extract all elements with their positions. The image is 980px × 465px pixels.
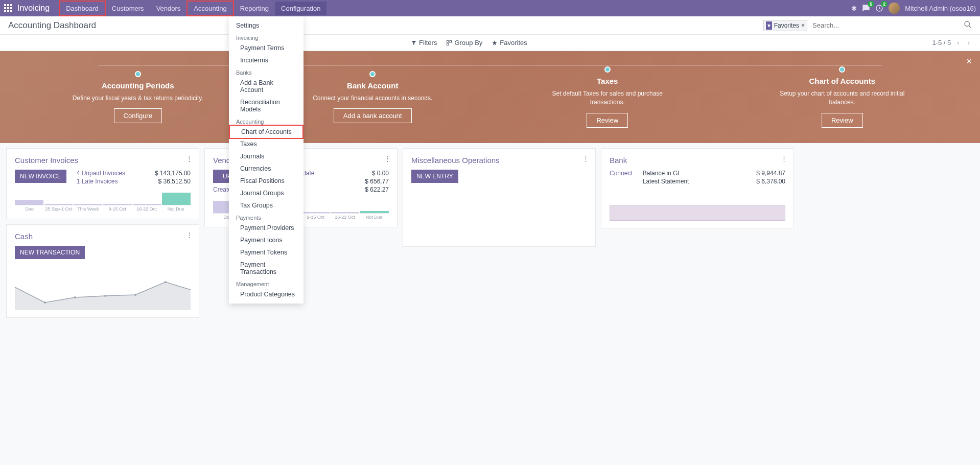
- nav-dashboard[interactable]: Dashboard: [59, 1, 106, 16]
- control-bar: Accounting Dashboard ▾ Favorites ×: [0, 16, 980, 35]
- step-title: Taxes: [536, 77, 679, 85]
- unpaid-link[interactable]: 4 Unpaid Invoices: [77, 170, 125, 177]
- card-menu-icon[interactable]: ⋮: [384, 155, 391, 162]
- pager-next[interactable]: ›: [966, 38, 972, 48]
- menu-journal-groups[interactable]: Journal Groups: [229, 187, 304, 199]
- review-coa-button[interactable]: Review: [822, 113, 863, 128]
- nav-vendors[interactable]: Vendors: [150, 2, 187, 15]
- menu-chart-of-accounts[interactable]: Chart of Accounts: [229, 125, 304, 139]
- validate-amount: $ 0.00: [372, 170, 389, 177]
- menu-journals[interactable]: Journals: [229, 150, 304, 162]
- filter-icon: ▾: [766, 21, 772, 30]
- card-menu-icon[interactable]: ⋮: [781, 155, 787, 162]
- user-label[interactable]: Mitchell Admin (osoo16): [905, 5, 976, 12]
- card-misc-operations: Miscellaneous Operations ⋮ New Entry: [403, 148, 596, 247]
- add-bank-button[interactable]: Add a bank account: [334, 108, 412, 123]
- onboarding-step-periods: Accounting Periods Define your fiscal ye…: [66, 71, 209, 124]
- menu-product-categories[interactable]: Product Categories: [229, 288, 304, 300]
- configuration-dropdown: Settings Invoicing Payment Terms Incoter…: [229, 16, 304, 304]
- menu-payment-icons[interactable]: Payment Icons: [229, 234, 304, 246]
- card-menu-icon[interactable]: ⋮: [582, 155, 589, 162]
- pager: 1-5 / 5 ‹ ›: [932, 38, 972, 48]
- pager-text: 1-5 / 5: [932, 39, 951, 46]
- avatar[interactable]: [889, 3, 900, 14]
- favorites-button[interactable]: Favorites: [492, 39, 527, 46]
- nav-accounting[interactable]: Accounting: [186, 1, 234, 16]
- menu-taxes[interactable]: Taxes: [229, 138, 304, 150]
- clock-icon[interactable]: 2: [875, 4, 883, 12]
- menu-payment-transactions[interactable]: Payment Transactions: [229, 259, 304, 278]
- search-icon[interactable]: [964, 20, 972, 30]
- new-entry-button[interactable]: New Entry: [411, 170, 458, 183]
- step-dot: [839, 66, 845, 73]
- pay-amount: $ 656.77: [365, 178, 389, 185]
- step-dot: [604, 66, 611, 73]
- onboarding-step-coa: Chart of Accounts Setup your chart of ac…: [771, 66, 914, 128]
- step-title: Bank Account: [301, 81, 444, 90]
- late-amount: $ 36,512.50: [158, 178, 191, 185]
- filter-bar: Filters Group By Favorites 1-5 / 5 ‹ ›: [0, 35, 980, 51]
- apps-icon[interactable]: [4, 4, 12, 12]
- menu-settings[interactable]: Settings: [229, 19, 304, 32]
- menu-header-invoicing: Invoicing: [229, 32, 304, 42]
- card-title[interactable]: Miscellaneous Operations: [411, 156, 587, 165]
- step-desc: Define your fiscal years & tax returns p…: [66, 94, 209, 103]
- mini-chart: Due 25 Sep-1 Oct This Week 9-15 Oct 16-2…: [15, 191, 191, 212]
- step-desc: Setup your chart of accounts and record …: [771, 89, 914, 107]
- menu-payment-providers[interactable]: Payment Providers: [229, 222, 304, 234]
- statement-amount: $ 6,378.00: [756, 178, 785, 185]
- brand[interactable]: Invoicing: [17, 4, 50, 13]
- svg-point-8: [134, 294, 136, 296]
- step-title: Accounting Periods: [66, 81, 209, 90]
- close-icon[interactable]: ×: [966, 56, 972, 67]
- menu-incoterms[interactable]: Incoterms: [229, 54, 304, 66]
- new-invoice-button[interactable]: New Invoice: [15, 170, 66, 183]
- chat-icon[interactable]: 5: [862, 4, 870, 12]
- connect-link[interactable]: Connect: [610, 170, 633, 177]
- search-input[interactable]: [810, 19, 964, 31]
- pager-prev[interactable]: ‹: [955, 38, 961, 48]
- svg-point-1: [965, 21, 969, 26]
- menu-currencies[interactable]: Currencies: [229, 162, 304, 175]
- cash-chart: [15, 264, 191, 310]
- filters-button[interactable]: Filters: [411, 39, 437, 46]
- unpaid-amount: $ 143,175.00: [155, 170, 191, 177]
- card-menu-icon[interactable]: ⋮: [186, 155, 193, 162]
- dashboard: Customer Invoices ⋮ New Invoice 4 Unpaid…: [0, 143, 980, 323]
- nav-configuration[interactable]: Configuration: [275, 2, 326, 15]
- menu-payment-tokens[interactable]: Payment Tokens: [229, 246, 304, 259]
- nav-customers[interactable]: Customers: [106, 2, 150, 15]
- menu-fiscal-positions[interactable]: Fiscal Positions: [229, 175, 304, 187]
- menu-header-banks: Banks: [229, 66, 304, 77]
- menu-payment-terms[interactable]: Payment Terms: [229, 42, 304, 54]
- svg-point-6: [74, 296, 76, 298]
- menu-header-accounting: Accounting: [229, 115, 304, 126]
- chat-badge: 5: [868, 1, 874, 7]
- card-title[interactable]: Customer Invoices: [15, 156, 191, 165]
- card-title[interactable]: Cash: [15, 232, 191, 241]
- page-title: Accounting Dashboard: [8, 20, 96, 31]
- svg-rect-3: [450, 40, 452, 42]
- step-dot: [135, 71, 141, 77]
- configure-button[interactable]: Configure: [114, 108, 162, 123]
- svg-rect-2: [447, 40, 449, 42]
- group-by-button[interactable]: Group By: [446, 39, 482, 46]
- new-transaction-button[interactable]: New Transaction: [15, 246, 85, 259]
- step-dot: [369, 71, 376, 77]
- favorites-chip[interactable]: ▾ Favorites ×: [763, 20, 807, 31]
- balance-amount: $ 9,944.87: [756, 170, 785, 177]
- menu-reconciliation[interactable]: Reconciliation Models: [229, 96, 304, 115]
- nav-reporting[interactable]: Reporting: [234, 2, 275, 15]
- chip-remove-icon[interactable]: ×: [801, 22, 805, 29]
- card-bank: Bank ⋮ Connect Balance in GL $ 9,944.87 …: [601, 148, 794, 228]
- card-menu-icon[interactable]: ⋮: [186, 231, 193, 239]
- menu-tax-groups[interactable]: Tax Groups: [229, 199, 304, 212]
- bug-icon[interactable]: ✱: [851, 5, 857, 12]
- review-taxes-button[interactable]: Review: [587, 113, 628, 128]
- late-link[interactable]: 1 Late Invoices: [77, 178, 118, 185]
- menu-add-bank[interactable]: Add a Bank Account: [229, 77, 304, 96]
- step-title: Chart of Accounts: [771, 77, 914, 85]
- bank-chart: [610, 205, 785, 221]
- card-title[interactable]: Bank: [610, 156, 785, 165]
- card-customer-invoices: Customer Invoices ⋮ New Invoice 4 Unpaid…: [6, 148, 199, 219]
